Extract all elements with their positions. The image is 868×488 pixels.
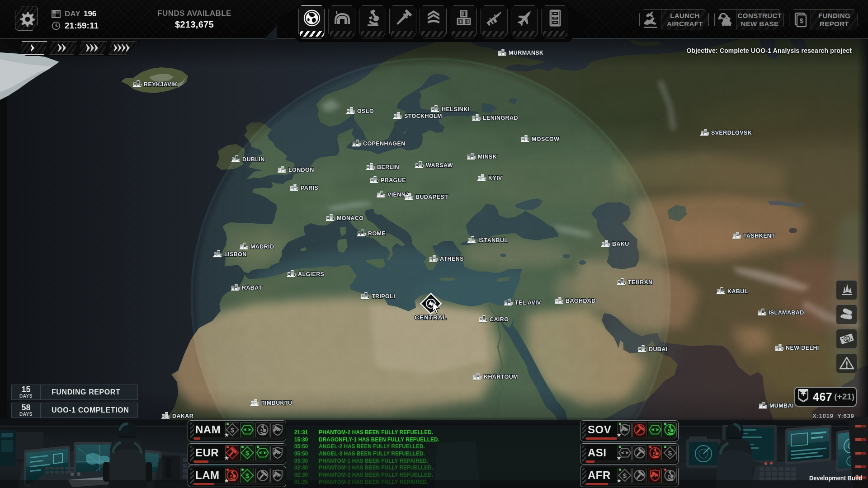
svg-text:TASHKENT: TASHKENT <box>743 233 775 239</box>
svg-text:TEL AVIV: TEL AVIV <box>515 300 541 306</box>
svg-text:LISBON: LISBON <box>224 251 247 258</box>
svg-text:CAIRO: CAIRO <box>490 316 509 323</box>
svg-text:OSLO: OSLO <box>357 108 374 114</box>
svg-text:HELSINKI: HELSINKI <box>442 106 470 113</box>
svg-text:WARSAW: WARSAW <box>426 162 453 169</box>
svg-text:DUBLIN: DUBLIN <box>242 156 265 163</box>
svg-text:MINSK: MINSK <box>478 154 497 160</box>
svg-text:ISTANBUL: ISTANBUL <box>478 237 508 244</box>
svg-text:NEW DELHI: NEW DELHI <box>786 345 819 351</box>
svg-text:PARIS: PARIS <box>301 185 318 191</box>
svg-text:PRAGUE: PRAGUE <box>381 177 406 183</box>
svg-text:BUDAPEST: BUDAPEST <box>415 194 448 200</box>
svg-text:ROME: ROME <box>368 230 386 237</box>
svg-text:TIMBUKTU: TIMBUKTU <box>261 400 292 406</box>
svg-text:$: $ <box>245 472 250 479</box>
svg-text:DUBAI: DUBAI <box>649 346 668 352</box>
svg-text:TEHRAN: TEHRAN <box>628 279 652 286</box>
svg-text:MONACO: MONACO <box>337 215 363 221</box>
svg-text:LENINGRAD: LENINGRAD <box>483 115 518 121</box>
svg-text:MADRID: MADRID <box>250 244 274 250</box>
svg-text:$: $ <box>245 449 250 457</box>
svg-text:$: $ <box>230 426 234 434</box>
svg-text:ATHENS: ATHENS <box>440 256 464 262</box>
svg-text:ISLAMABAD: ISLAMABAD <box>769 310 804 316</box>
svg-text:RABAT: RABAT <box>242 285 262 291</box>
svg-text:STOCKHOLM: STOCKHOLM <box>404 113 442 119</box>
svg-text:CENTRAL: CENTRAL <box>415 314 447 321</box>
svg-text:$: $ <box>623 472 627 479</box>
svg-text:BAKU: BAKU <box>612 241 629 247</box>
svg-text:$: $ <box>668 449 672 457</box>
svg-text:ALGIERS: ALGIERS <box>298 271 324 277</box>
svg-text:SVERDLOVSK: SVERDLOVSK <box>711 130 752 136</box>
svg-text:MOSCOW: MOSCOW <box>532 136 559 142</box>
svg-text:$: $ <box>799 17 803 24</box>
svg-text:MUMBAI: MUMBAI <box>769 403 794 409</box>
svg-text:LONDON: LONDON <box>288 167 314 173</box>
svg-text:COPENHAGEN: COPENHAGEN <box>363 141 406 147</box>
svg-text:BERLIN: BERLIN <box>377 164 399 170</box>
svg-text:KHARTOUM: KHARTOUM <box>484 374 518 380</box>
svg-text:BAGHDAD: BAGHDAD <box>566 298 596 304</box>
svg-text:TRIPOLI: TRIPOLI <box>372 293 395 300</box>
svg-text:KYIV: KYIV <box>488 175 502 181</box>
svg-text:REYKJAVIK: REYKJAVIK <box>144 81 177 88</box>
svg-text:MURMANSK: MURMANSK <box>509 50 544 56</box>
svg-text:KABUL: KABUL <box>727 288 748 295</box>
